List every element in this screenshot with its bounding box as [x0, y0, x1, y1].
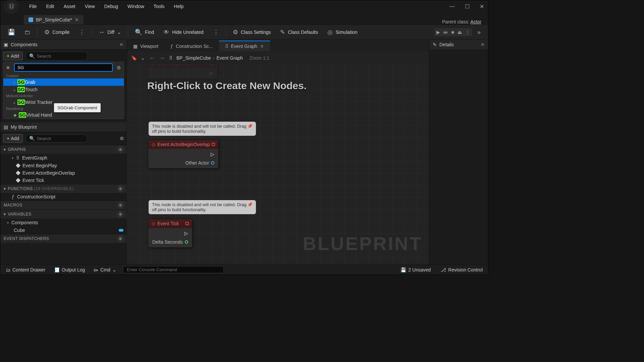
components-panel-tab[interactable]: ▣ Components ✕ — [0, 40, 127, 50]
play-icon[interactable]: ▶ — [436, 29, 440, 35]
myblueprint-add-button[interactable]: +Add — [3, 134, 23, 143]
data-out-pin[interactable] — [211, 161, 214, 165]
event-item-tick[interactable]: Event Tick — [0, 177, 127, 184]
menu-edit[interactable]: Edit — [42, 2, 59, 10]
tab-construction-script[interactable]: ƒConstruction Sc... — [164, 41, 219, 51]
blueprint-watermark: BLUEPRINT — [303, 233, 422, 254]
dropdown-item-sgtouch[interactable]: ▵SGTouch — [3, 86, 124, 93]
components-add-button[interactable]: +Add — [3, 52, 23, 60]
dropdown-item-sgvirtualhand[interactable]: ◉SGVirtual Hand — [3, 111, 124, 119]
unsaved-indicator[interactable]: 💾2 Unsaved — [398, 266, 433, 274]
add-dispatcher-button[interactable]: ⊕ — [117, 236, 123, 242]
event-item-beginplay[interactable]: Event BeginPlay — [0, 162, 127, 169]
expand-toolbar-button[interactable]: » — [473, 27, 485, 38]
menu-help[interactable]: Help — [169, 2, 189, 10]
myblueprint-settings-icon[interactable]: ⚙ — [120, 136, 124, 141]
exec-out-pin[interactable]: ▷ — [184, 231, 188, 236]
add-function-button[interactable]: ⊕ — [117, 186, 123, 192]
bookmark-icon[interactable]: 🔖 — [131, 55, 137, 61]
step-icon[interactable]: ⏭ — [443, 29, 448, 35]
nav-back-icon[interactable]: ← — [149, 55, 155, 62]
parent-class-link[interactable]: Actor — [470, 19, 481, 24]
window-minimize-icon[interactable]: — — [449, 3, 455, 10]
breadcrumb[interactable]: BP_SimpleCube›Event Graph — [176, 55, 243, 61]
menu-file[interactable]: File — [24, 2, 42, 10]
stop-icon[interactable]: ■ — [451, 29, 454, 35]
chevron-down-icon[interactable]: ⌄ — [141, 55, 145, 61]
exec-out-pin[interactable]: ▷ — [211, 152, 214, 157]
breakpoint-icon[interactable] — [212, 143, 215, 146]
section-macros[interactable]: MACROS⊕ — [0, 200, 127, 209]
simulation-button[interactable]: ◎Simulation — [323, 26, 361, 38]
class-settings-button[interactable]: ⚙Class Settings — [229, 26, 275, 38]
node-event-beginplay[interactable]: ◇Event BeginPlay ▷ — [147, 65, 218, 79]
section-graphs[interactable]: ▾GRAPHS⊕ — [0, 145, 127, 154]
cmd-dropdown[interactable]: ⌲Cmd ⌄ — [92, 266, 118, 274]
class-defaults-button[interactable]: ✎Class Defaults — [276, 26, 322, 38]
dropdown-search-input[interactable] — [14, 63, 113, 72]
dropdown-clear-icon[interactable]: ✕ — [3, 65, 13, 70]
window-close-icon[interactable]: ✕ — [480, 3, 484, 10]
function-item-constructionscript[interactable]: ƒConstructionScript — [0, 193, 127, 200]
hide-unrelated-options-button[interactable]: ⋮ — [209, 26, 223, 38]
diff-button[interactable]: ↔Diff ⌄ — [95, 27, 125, 38]
content-drawer-button[interactable]: 🗂Content Drawer — [4, 266, 47, 274]
myblueprint-search-field[interactable] — [37, 136, 84, 141]
document-tab-close-icon[interactable]: ✕ — [75, 17, 79, 22]
add-macro-button[interactable]: ⊕ — [117, 202, 123, 208]
revision-control-button[interactable]: ⎇Revision Control — [439, 266, 485, 274]
unreal-logo-icon[interactable]: 𝕌 — [4, 0, 18, 13]
event-graph-canvas[interactable]: BLUEPRINT Right-Click to Create New Node… — [127, 65, 429, 264]
dropdown-settings-icon[interactable]: ⚙ — [114, 65, 124, 70]
browse-button[interactable]: 🗀 — [20, 27, 35, 38]
data-out-pin[interactable] — [185, 240, 188, 244]
variable-item-cube[interactable]: Cube — [0, 227, 127, 234]
add-graph-button[interactable]: ⊕ — [117, 146, 123, 153]
event-item-actorbeginoverlap[interactable]: Event ActorBeginOverlap — [0, 169, 127, 177]
components-icon: ▣ — [4, 42, 8, 47]
section-variables[interactable]: ▾VARIABLES⊕ — [0, 209, 127, 219]
compile-options-button[interactable]: ⋮ — [75, 26, 89, 38]
pin-icon[interactable]: 📌 — [247, 202, 253, 207]
components-panel-close-icon[interactable]: ✕ — [119, 42, 123, 47]
play-options-icon[interactable]: ⋮ — [465, 29, 470, 35]
components-search-input[interactable]: 🔍 — [25, 52, 88, 60]
variables-group-components[interactable]: ▾Components — [0, 219, 127, 227]
node-event-actorbeginoverlap[interactable]: ◇Event ActorBeginOverlap ▷ Other Actor — [148, 140, 219, 169]
eject-icon[interactable]: ⏏ — [458, 29, 462, 35]
details-panel-tab[interactable]: ✎ Details ✕ — [429, 40, 488, 49]
menu-asset[interactable]: Asset — [59, 2, 80, 10]
myblueprint-search-input[interactable]: 🔍 — [25, 134, 88, 142]
document-tab[interactable]: BP_SimpleCube* ✕ — [24, 15, 84, 24]
node-event-tick[interactable]: ◇Event Tick ▷ Delta Seconds — [148, 219, 193, 248]
dropdown-item-sggrab[interactable]: ▵SGGrab — [3, 78, 124, 86]
component-icon: ▵ — [13, 100, 15, 105]
menu-tools[interactable]: Tools — [149, 2, 169, 10]
section-functions[interactable]: ▾FUNCTIONS (19 OVERRIDABLE)⊕ — [0, 184, 127, 193]
menu-debug[interactable]: Debug — [100, 2, 123, 10]
components-search-field[interactable] — [37, 54, 84, 59]
event-icon — [16, 171, 20, 175]
tab-close-icon[interactable]: ✕ — [260, 44, 264, 49]
menu-view[interactable]: View — [80, 2, 100, 10]
breakpoint-icon[interactable] — [211, 65, 214, 65]
pin-icon[interactable]: 📌 — [247, 124, 253, 129]
hide-unrelated-button[interactable]: 👁Hide Unrelated — [159, 27, 207, 38]
menu-window[interactable]: Window — [123, 2, 149, 10]
window-maximize-icon[interactable]: ☐ — [465, 3, 470, 10]
console-command-input[interactable] — [123, 266, 224, 273]
output-log-button[interactable]: 🧾Output Log — [52, 266, 87, 274]
tab-viewport[interactable]: ▦Viewport — [127, 41, 164, 51]
breakpoint-icon[interactable] — [185, 222, 189, 225]
compile-button[interactable]: ⚙Compile — [40, 26, 73, 38]
find-button[interactable]: 🔍Find — [131, 26, 158, 38]
section-event-dispatchers[interactable]: EVENT DISPATCHERS⊕ — [0, 234, 127, 243]
myblueprint-panel-tab[interactable]: ▤ My Blueprint — [0, 122, 127, 132]
save-button[interactable]: 💾 — [4, 26, 19, 38]
add-variable-button[interactable]: ⊕ — [117, 211, 123, 217]
graph-item-eventgraph[interactable]: ▾⠿EventGraph — [0, 154, 127, 162]
tab-event-graph[interactable]: ⠿Event Graph✕ — [219, 41, 270, 51]
exec-out-pin[interactable]: ▷ — [210, 70, 213, 76]
nav-forward-icon[interactable]: → — [159, 55, 165, 62]
details-panel-close-icon[interactable]: ✕ — [481, 42, 485, 47]
